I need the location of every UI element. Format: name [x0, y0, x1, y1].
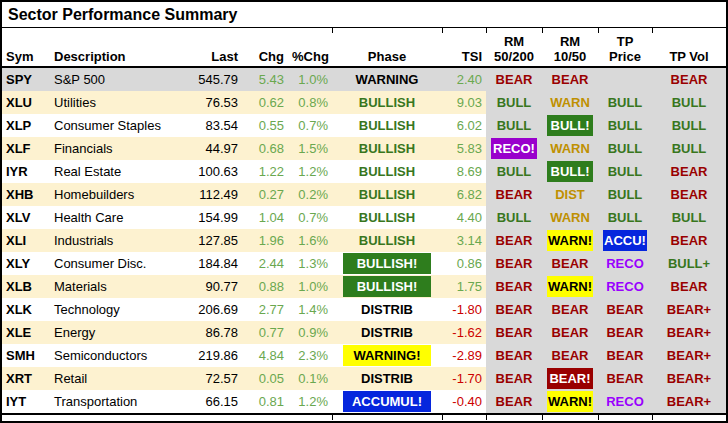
cell-phase: BULLISH: [332, 137, 442, 160]
cell-chg: 0.88: [242, 275, 288, 298]
cell-pchg: 1.2%: [288, 390, 332, 414]
column-tick: [598, 415, 599, 420]
cell-chg: 5.43: [242, 67, 288, 91]
table-row: XLKTechnology206.692.771.4%DISTRIB-1.80B…: [2, 298, 726, 321]
column-tick: [542, 28, 543, 33]
cell-pchg: 2.3%: [288, 344, 332, 367]
cell-rm10: BEAR: [542, 344, 598, 367]
cell-chg: 0.05: [242, 367, 288, 390]
rm10-badge: BULL!: [547, 161, 593, 182]
table-row: XHBHomebuilders112.490.270.2%BULLISH6.82…: [2, 183, 726, 206]
cell-desc: Health Care: [50, 206, 168, 229]
cell-rm50: BEAR: [486, 275, 542, 298]
cell-rm50: BEAR: [486, 252, 542, 275]
cell-pchg: 0.7%: [288, 206, 332, 229]
cell-pchg: 0.2%: [288, 183, 332, 206]
cell-tpv: BEAR+: [652, 367, 726, 390]
cell-sym: IYT: [2, 390, 50, 414]
cell-tpv: BULL: [652, 91, 726, 114]
col-header-sym: Sym: [2, 33, 50, 67]
cell-sym: XLU: [2, 91, 50, 114]
col-header-last: Last: [168, 33, 242, 67]
cell-last: 112.49: [168, 183, 242, 206]
cell-desc: Materials: [50, 275, 168, 298]
cell-chg: 2.77: [242, 298, 288, 321]
cell-rm10: WARN!: [542, 390, 598, 414]
cell-phase: BULLISH!: [332, 252, 442, 275]
header-row: SymDescriptionLastChg%ChgPhaseTSIRM50/20…: [2, 33, 726, 67]
cell-rm10: BULL!: [542, 160, 598, 183]
cell-phase: BULLISH!: [332, 275, 442, 298]
cell-desc: Consumer Staples: [50, 114, 168, 137]
cell-rm10: BEAR: [542, 252, 598, 275]
phase-badge: BULLISH!: [343, 253, 431, 274]
sector-performance-window: Sector Performance Summary SymDescriptio…: [0, 0, 728, 423]
cell-tsi: -1.62: [442, 321, 486, 344]
cell-rm10: WARN!: [542, 229, 598, 252]
cell-chg: 1.22: [242, 160, 288, 183]
cell-pchg: 1.2%: [288, 160, 332, 183]
cell-tsi: -2.89: [442, 344, 486, 367]
cell-pchg: 1.0%: [288, 275, 332, 298]
table-row: IYTTransportation66.150.811.2%ACCUMUL!-0…: [2, 390, 726, 414]
cell-rm50: BEAR: [486, 390, 542, 414]
cell-tpp: BEAR: [598, 321, 652, 344]
cell-sym: XLK: [2, 298, 50, 321]
column-tick: [652, 28, 653, 33]
cell-phase: BULLISH: [332, 229, 442, 252]
rm10-badge: WARN!: [547, 391, 593, 412]
cell-rm10: BEAR!: [542, 367, 598, 390]
cell-last: 100.63: [168, 160, 242, 183]
cell-tsi: 9.03: [442, 91, 486, 114]
cell-tpv: BEAR+: [652, 390, 726, 414]
cell-rm10: BEAR: [542, 298, 598, 321]
cell-sym: XLV: [2, 206, 50, 229]
cell-pchg: 1.4%: [288, 298, 332, 321]
cell-rm10: BEAR: [542, 321, 598, 344]
cell-rm10: WARN: [542, 91, 598, 114]
cell-tpv: BULL+: [652, 252, 726, 275]
cell-phase: DISTRIB: [332, 298, 442, 321]
table-row: XRTRetail72.570.050.1%DISTRIB-1.70BEARBE…: [2, 367, 726, 390]
column-tick: [486, 28, 487, 33]
cell-tpp: BEAR: [598, 298, 652, 321]
cell-tsi: 5.83: [442, 137, 486, 160]
cell-rm50: BULL: [486, 160, 542, 183]
cell-tsi: -0.40: [442, 390, 486, 414]
cell-rm10: BULL!: [542, 114, 598, 137]
column-tick: [598, 28, 599, 33]
cell-tpp: BULL: [598, 114, 652, 137]
cell-phase: DISTRIB: [332, 367, 442, 390]
cell-rm10: WARN!: [542, 275, 598, 298]
table-row: XLVHealth Care154.991.040.7%BULLISH4.40B…: [2, 206, 726, 229]
cell-tpp: BULL: [598, 183, 652, 206]
cell-last: 154.99: [168, 206, 242, 229]
cell-sym: XLB: [2, 275, 50, 298]
cell-tpp: BULL: [598, 206, 652, 229]
cell-tpp: [598, 67, 652, 91]
cell-chg: 1.96: [242, 229, 288, 252]
cell-tpv: BEAR+: [652, 344, 726, 367]
cell-tpv: BEAR: [652, 183, 726, 206]
cell-tpv: BEAR: [652, 229, 726, 252]
page-title: Sector Performance Summary: [2, 2, 726, 28]
top-column-ticks: [2, 28, 726, 33]
cell-sym: XRT: [2, 367, 50, 390]
sector-table: SymDescriptionLastChg%ChgPhaseTSIRM50/20…: [2, 33, 726, 415]
rm10-badge: WARN!: [547, 276, 593, 297]
cell-pchg: 1.5%: [288, 137, 332, 160]
cell-desc: S&P 500: [50, 67, 168, 91]
cell-rm50: BEAR: [486, 183, 542, 206]
column-tick: [442, 28, 443, 33]
cell-chg: 0.62: [242, 91, 288, 114]
cell-tsi: 4.40: [442, 206, 486, 229]
bottom-column-ticks: [2, 415, 726, 420]
cell-rm10: WARN: [542, 206, 598, 229]
table-row: XLEEnergy86.780.770.9%DISTRIB-1.62BEARBE…: [2, 321, 726, 344]
cell-last: 206.69: [168, 298, 242, 321]
cell-last: 72.57: [168, 367, 242, 390]
cell-tsi: 1.75: [442, 275, 486, 298]
cell-tpp: BULL: [598, 160, 652, 183]
cell-last: 76.53: [168, 91, 242, 114]
cell-tpp: BULL: [598, 91, 652, 114]
